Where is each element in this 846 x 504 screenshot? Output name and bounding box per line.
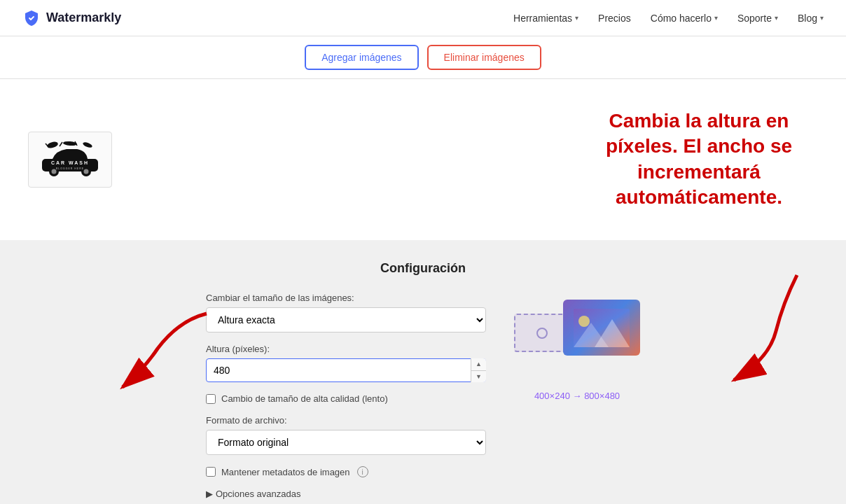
quality-label: Cambio de tamaño de alta calidad (lento): [221, 393, 388, 404]
metadata-label: Mantener metadatos de imagen: [221, 467, 350, 477]
navbar-links: Herramientas ▾ Precios Cómo hacerlo ▾ So…: [513, 13, 824, 24]
add-images-button[interactable]: Agregar imágenes: [305, 45, 418, 70]
svg-text:BLOGGER HERE: BLOGGER HERE: [56, 167, 84, 170]
advanced-label: Opciones avanzadas: [216, 489, 300, 499]
preview-area: CAR WASH BLOGGER HERE Cambia la altura e…: [0, 79, 846, 240]
image-frames: [514, 300, 640, 384]
quality-checkbox[interactable]: [206, 394, 216, 404]
image-thumbnail: CAR WASH BLOGGER HERE: [28, 132, 112, 188]
height-increment-button[interactable]: ▲: [471, 358, 486, 371]
advanced-options-toggle[interactable]: ▶ Opciones avanzadas: [206, 489, 486, 499]
info-icon[interactable]: i: [357, 466, 368, 477]
svg-point-16: [578, 316, 590, 327]
navbar: Watermarkly Herramientas ▾ Precios Cómo …: [0, 0, 846, 36]
settings-area: Configuración Cambiar el tamaño de las i…: [0, 240, 846, 504]
format-label: Formato de archivo:: [206, 415, 486, 426]
resize-mode-select[interactable]: Altura exacta Anchura exacta Longitud de…: [206, 307, 486, 332]
svg-point-0: [46, 141, 59, 149]
shield-icon: [22, 9, 41, 27]
settings-form: Cambiar el tamaño de las imágenes: Altur…: [206, 293, 486, 504]
chevron-down-icon: ▾: [820, 14, 824, 22]
chevron-down-icon: ▾: [575, 14, 578, 22]
frame-large: [563, 300, 640, 356]
height-input-wrapper: ▲ ▼: [206, 358, 486, 382]
chevron-down-icon: ▾: [775, 14, 778, 22]
nav-precios[interactable]: Precios: [598, 13, 631, 24]
nav-soporte[interactable]: Soporte ▾: [737, 13, 778, 24]
resize-visual: 400×240 → 800×480: [514, 293, 640, 401]
nav-blog[interactable]: Blog ▾: [798, 13, 824, 24]
svg-point-10: [84, 169, 89, 174]
height-spinners: ▲ ▼: [471, 358, 486, 382]
mountain-svg: [574, 309, 630, 347]
brand-name: Watermarkly: [46, 10, 121, 25]
remove-images-button[interactable]: Eliminar imágenes: [427, 45, 541, 70]
svg-text:CAR WASH: CAR WASH: [51, 160, 89, 165]
frame-small-circle: [536, 328, 548, 339]
resize-mode-group: Cambiar el tamaño de las imágenes: Altur…: [206, 293, 486, 332]
car-wash-logo: CAR WASH BLOGGER HERE: [33, 134, 107, 186]
chevron-down-icon: ▾: [714, 14, 718, 22]
format-select[interactable]: Formato original JPEG PNG WEBP: [206, 430, 486, 455]
right-arrow-container: [685, 268, 811, 411]
resize-mode-label: Cambiar el tamaño de las imágenes:: [206, 293, 486, 303]
height-input[interactable]: [206, 358, 486, 382]
triangle-icon: ▶: [206, 489, 213, 499]
preview-hint-text: Cambia la altura en píxeles. El ancho se…: [594, 108, 804, 211]
car-wash-image: CAR WASH BLOGGER HERE: [39, 139, 102, 178]
svg-line-4: [60, 142, 62, 146]
svg-point-2: [82, 141, 92, 148]
settings-card: Configuración Cambiar el tamaño de las i…: [178, 261, 668, 504]
resize-size-label: 400×240 → 800×480: [534, 391, 620, 401]
nav-herramientas[interactable]: Herramientas ▾: [513, 13, 578, 24]
height-label: Altura (píxeles):: [206, 344, 486, 354]
height-group: Altura (píxeles): ▲ ▼: [206, 344, 486, 382]
nav-como-hacerlo[interactable]: Cómo hacerlo ▾: [651, 13, 718, 24]
settings-inner: Cambiar el tamaño de las imágenes: Altur…: [178, 293, 668, 504]
toolbar: Agregar imágenes Eliminar imágenes: [0, 36, 846, 79]
brand[interactable]: Watermarkly: [22, 9, 121, 27]
settings-title: Configuración: [178, 261, 668, 276]
preview-hint: Cambia la altura en píxeles. El ancho se…: [594, 108, 804, 211]
height-decrement-button[interactable]: ▼: [471, 371, 486, 383]
format-group: Formato de archivo: Formato original JPE…: [206, 415, 486, 455]
frame-small: [514, 314, 570, 352]
metadata-checkbox-row: Mantener metadatos de imagen i: [206, 466, 486, 477]
right-arrow-svg: [685, 268, 811, 408]
metadata-checkbox[interactable]: [206, 467, 216, 477]
quality-checkbox-row: Cambio de tamaño de alta calidad (lento): [206, 393, 486, 404]
